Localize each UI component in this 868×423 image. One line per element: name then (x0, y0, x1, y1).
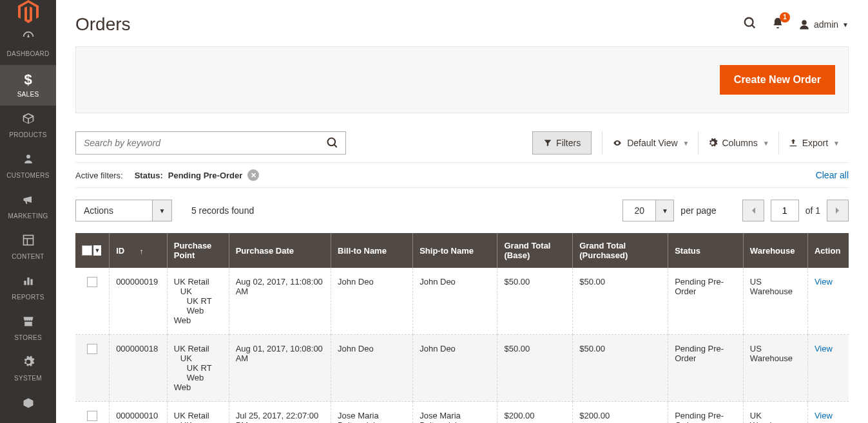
toolbar-right: Filters Default View ▼ Columns ▼ Export … (532, 131, 849, 155)
cell-purchase-point: UK RetailUKUK RT (167, 402, 229, 424)
notifications-icon[interactable]: 1 (771, 16, 784, 33)
cell-purchase-point: UK RetailUKUK RT WebWeb (167, 335, 229, 402)
magento-logo[interactable] (0, 0, 56, 23)
filters-label: Filters (556, 138, 581, 148)
actions-dropdown[interactable]: Actions ▼ (75, 200, 172, 221)
table-row[interactable]: 000000010 UK RetailUKUK RT Jul 25, 2017,… (75, 402, 849, 424)
cell-id: 000000019 (110, 268, 168, 335)
nav-system[interactable]: SYSTEM (0, 349, 56, 390)
chip-value: Pending Pre-Order (168, 171, 243, 180)
sort-asc-icon: ↑ (140, 247, 144, 255)
nav-reports[interactable]: REPORTS (0, 268, 56, 308)
search-input[interactable] (76, 138, 320, 148)
nav-products[interactable]: PRODUCTS (0, 106, 56, 146)
select-all-checkbox[interactable]: ▼ (82, 245, 102, 256)
puzzle-icon (22, 396, 35, 413)
next-page-button[interactable] (827, 200, 849, 221)
of-pages: of 1 (805, 205, 820, 216)
row-checkbox[interactable] (87, 411, 97, 421)
nav-label: SYSTEM (14, 375, 42, 382)
cell-status: Pending Pre-Order (668, 268, 744, 335)
view-link[interactable]: View (815, 344, 833, 353)
cell-ship-to: Jose Maria Beltramini (413, 402, 497, 424)
filters-button[interactable]: Filters (532, 131, 592, 155)
caret-down-icon[interactable]: ▼ (93, 245, 101, 256)
th-warehouse[interactable]: Warehouse (743, 233, 807, 268)
controls-right: 20 ▼ per page of 1 (622, 200, 849, 221)
nav-stores[interactable]: STORES (0, 308, 56, 349)
nav-label: MARKETING (8, 212, 48, 220)
controls-row: Actions ▼ 5 records found 20 ▼ per page … (75, 200, 849, 221)
search-icon[interactable] (743, 16, 757, 33)
svg-point-10 (328, 138, 336, 146)
create-new-order-button[interactable]: Create New Order (720, 65, 835, 95)
active-filters-bar: Active filters: Status: Pending Pre-Orde… (75, 162, 849, 188)
view-link[interactable]: View (815, 277, 833, 287)
th-purchase-point[interactable]: Purchase Point (167, 233, 229, 268)
nav-sales[interactable]: $ SALES (0, 65, 56, 106)
th-bill-to[interactable]: Bill-to Name (331, 233, 413, 268)
clear-all-link[interactable]: Clear all (816, 170, 849, 180)
action-bar: Create New Order (75, 46, 849, 113)
nav-marketing[interactable]: MARKETING (0, 187, 56, 227)
magento-logo-icon (17, 0, 40, 23)
main-content: Orders 1 admin ▼ Create New Order (56, 0, 868, 423)
svg-point-0 (26, 155, 30, 158)
nav-label: DASHBOARD (6, 50, 49, 57)
row-checkbox[interactable] (87, 344, 97, 354)
default-view-button[interactable]: Default View ▼ (602, 131, 698, 155)
controls-left: Actions ▼ 5 records found (75, 200, 254, 221)
cell-date: Jul 25, 2017, 22:07:00 PM (229, 402, 331, 424)
search-icon (326, 136, 339, 149)
cell-status: Pending Pre-Order (668, 335, 744, 402)
th-id[interactable]: ID (116, 246, 124, 256)
cell-warehouse: UK Warehouse (743, 402, 807, 424)
remove-filter-button[interactable]: ✕ (247, 169, 259, 181)
user-icon (798, 19, 810, 30)
prev-page-button[interactable] (742, 200, 764, 221)
th-action[interactable]: Action (807, 233, 849, 268)
admin-menu[interactable]: admin ▼ (798, 19, 849, 30)
cell-ship-to: John Deo (413, 335, 497, 402)
nav-content[interactable]: CONTENT (0, 227, 56, 268)
table-row[interactable]: 000000018 UK RetailUKUK RT WebWeb Aug 01… (75, 335, 849, 402)
th-gt-base[interactable]: Grand Total (Base) (497, 233, 573, 268)
row-checkbox[interactable] (87, 277, 97, 287)
columns-label: Columns (722, 138, 757, 148)
nav-extra[interactable] (0, 390, 56, 423)
svg-point-9 (802, 20, 807, 25)
table-row[interactable]: 000000019 UK RetailUKUK RT WebWeb Aug 02… (75, 268, 849, 335)
cell-gt-base: $200.00 (497, 402, 573, 424)
cell-gt-purchased: $200.00 (573, 402, 668, 424)
page-input[interactable] (771, 200, 799, 221)
store-icon (22, 315, 35, 332)
cell-date: Aug 02, 2017, 11:08:00 AM (229, 268, 331, 335)
th-gt-purchased[interactable]: Grand Total (Purchased) (573, 233, 668, 268)
th-ship-to[interactable]: Ship-to Name (413, 233, 497, 268)
nav-dashboard[interactable]: DASHBOARD (0, 23, 56, 65)
view-link[interactable]: View (815, 411, 833, 420)
svg-line-11 (334, 145, 337, 147)
export-button[interactable]: Export ▼ (778, 131, 849, 155)
nav-label: SALES (17, 91, 39, 98)
chevron-left-icon (751, 207, 756, 214)
per-page-dropdown[interactable]: 20 ▼ (622, 200, 674, 221)
search-button[interactable] (320, 132, 345, 154)
caret-down-icon[interactable]: ▼ (655, 200, 673, 221)
nav-customers[interactable]: CUSTOMERS (0, 146, 56, 187)
actions-label: Actions (76, 200, 152, 221)
columns-button[interactable]: Columns ▼ (698, 131, 778, 155)
caret-down-icon[interactable]: ▼ (152, 200, 171, 221)
th-purchase-date[interactable]: Purchase Date (229, 233, 331, 268)
dollar-icon: $ (24, 71, 32, 88)
cell-purchase-point: UK RetailUKUK RT WebWeb (167, 268, 229, 335)
records-found: 5 records found (191, 205, 254, 216)
filters-row: Filters Default View ▼ Columns ▼ Export … (75, 131, 849, 155)
caret-down-icon: ▼ (683, 140, 690, 147)
cell-bill-to: John Deo (331, 335, 413, 402)
svg-rect-5 (27, 277, 29, 285)
layout-icon (22, 234, 35, 250)
th-status[interactable]: Status (668, 233, 744, 268)
active-filters-label: Active filters: (75, 171, 123, 180)
cell-status: Pending Pre-Order (668, 402, 744, 424)
